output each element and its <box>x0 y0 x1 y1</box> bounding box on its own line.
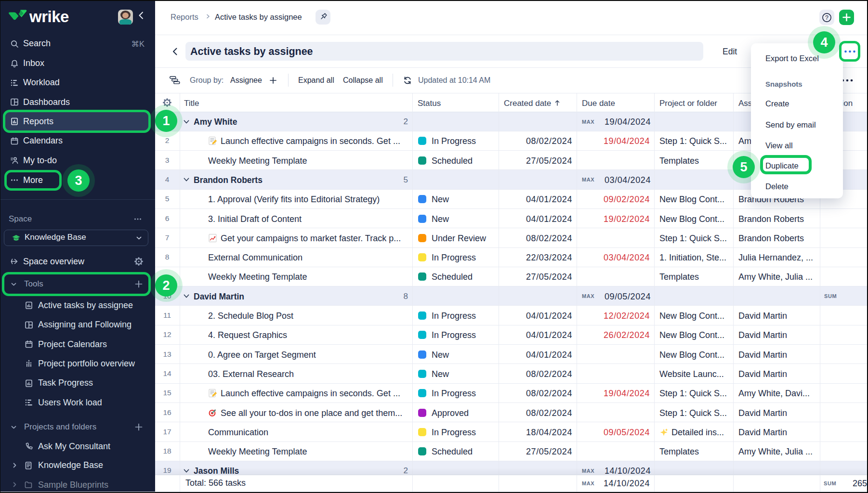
svg-text:?: ? <box>825 14 829 21</box>
